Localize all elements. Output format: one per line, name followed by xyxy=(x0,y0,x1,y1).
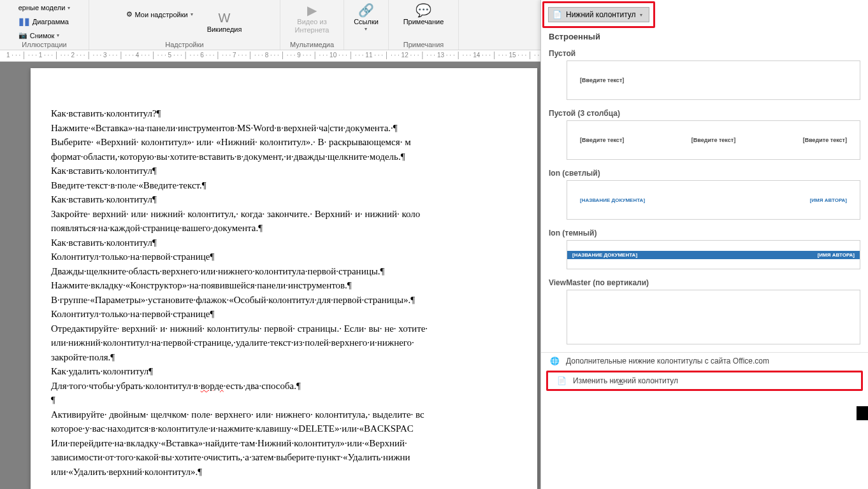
dropdown-footer: 🌐 Дополнительные нижние колонтитулы с са… xyxy=(541,352,868,391)
gallery-item-label: Ion (светлый) xyxy=(541,165,868,180)
addins-icon: ⚙ xyxy=(126,10,133,18)
chart-icon: ▮▮ xyxy=(18,15,30,27)
chart-button[interactable]: ▮▮ Диаграмма xyxy=(16,14,71,29)
wikipedia-button[interactable]: W Википедия xyxy=(203,9,246,35)
ribbon-group-illustrations: ерные модели ▾ ▮▮ Диаграмма 📷 Снимок ▾ И… xyxy=(0,0,89,50)
screenshot-button[interactable]: 📷 Снимок ▾ xyxy=(16,30,62,41)
group-label: Надстройки xyxy=(89,41,280,48)
links-button[interactable]: 🔗 Ссылки ▾ xyxy=(350,1,382,34)
gallery-item-label: Ion (темный) xyxy=(541,225,868,240)
black-marker xyxy=(857,406,868,420)
more-footers-button[interactable]: 🌐 Дополнительные нижние колонтитулы с са… xyxy=(541,353,868,369)
gallery-item-empty[interactable]: [Введите текст] xyxy=(567,60,860,100)
ribbon-group-links: 🔗 Ссылки ▾ xyxy=(344,0,389,50)
highlight-edit-footer: 📄 Изменить нижний колонтитул xyxy=(546,371,863,391)
gallery-item-empty3[interactable]: [Введите текст] [Введите текст] [Введите… xyxy=(567,120,860,160)
comment-icon: 💬 xyxy=(416,3,431,18)
ribbon-group-media: ▶ Видео из Интернета Мультимедиа xyxy=(280,0,344,50)
edit-footer-icon: 📄 xyxy=(557,376,567,385)
online-video-button[interactable]: ▶ Видео из Интернета xyxy=(291,1,333,36)
group-label: Мультимедиа xyxy=(280,41,344,48)
ribbon-group-addins: ⚙ Мои надстройки ▾ W Википедия Надстройк… xyxy=(89,0,280,50)
gallery-item-label: Пустой xyxy=(541,45,868,60)
footer-dropdown-panel: 📄 Нижний колонтитул ▾ Встроенный Пустой … xyxy=(540,0,868,489)
edit-footer-button[interactable]: 📄 Изменить нижний колонтитул xyxy=(548,372,861,389)
3d-models-button[interactable]: ерные модели ▾ xyxy=(16,3,73,13)
ribbon-group-comments: 💬 Примечание Примечания xyxy=(389,0,459,50)
gallery-item-viewmaster[interactable] xyxy=(567,290,860,344)
footer-gallery: Пустой [Введите текст] Пустой (3 столбца… xyxy=(541,45,868,352)
footer-dropdown-button[interactable]: 📄 Нижний колонтитул ▾ xyxy=(548,7,649,22)
gallery-item-ion-dark[interactable]: [НАЗВАНИЕ ДОКУМЕНТА] [ИМЯ АВТОРА] xyxy=(567,240,860,269)
my-addins-button[interactable]: ⚙ Мои надстройки ▾ xyxy=(124,9,196,20)
comment-button[interactable]: 💬 Примечание xyxy=(400,1,448,27)
group-label: Иллюстрации xyxy=(0,41,89,48)
office-icon: 🌐 xyxy=(550,357,560,365)
page[interactable]: Как·вставить·колонтитул?¶Нажмите·«Вставк… xyxy=(31,68,537,489)
builtin-heading: Встроенный xyxy=(541,28,868,45)
footer-icon: 📄 xyxy=(553,10,562,19)
group-label: Примечания xyxy=(389,41,458,48)
gallery-item-label: Пустой (3 столбца) xyxy=(541,105,868,120)
gallery-item-ion-light[interactable]: [НАЗВАНИЕ ДОКУМЕНТА] [ИМЯ АВТОРА] xyxy=(567,180,860,220)
video-icon: ▶ xyxy=(307,3,317,18)
link-icon: 🔗 xyxy=(358,3,374,18)
highlight-footer-button: 📄 Нижний колонтитул ▾ xyxy=(542,1,655,28)
screenshot-icon: 📷 xyxy=(18,31,27,39)
gallery-item-label: ViewMaster (по вертикали) xyxy=(541,274,868,290)
document-body[interactable]: Как·вставить·колонтитул?¶Нажмите·«Вставк… xyxy=(51,106,517,479)
wikipedia-icon: W xyxy=(219,10,231,25)
